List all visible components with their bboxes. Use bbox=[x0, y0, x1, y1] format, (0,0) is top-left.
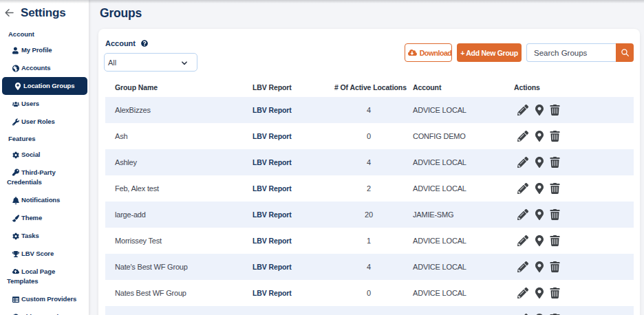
location-icon[interactable] bbox=[535, 235, 544, 246]
sidebar-item-label: Users bbox=[21, 99, 39, 109]
sidebar-item-custom-providers[interactable]: Custom Providers bbox=[0, 290, 89, 308]
cell-lbv-report: LBV Report bbox=[243, 228, 325, 254]
delete-icon[interactable] bbox=[550, 235, 560, 246]
sidebar-item-social[interactable]: Social bbox=[0, 146, 89, 164]
sidebar-item-bid-integration[interactable]: Bid Integration bbox=[0, 308, 89, 315]
sidebar-item-user-roles[interactable]: User Roles bbox=[0, 113, 89, 131]
sidebar-item-notifications[interactable]: Notifications bbox=[0, 191, 89, 209]
cell-active-locations: 20 bbox=[325, 202, 403, 228]
account-select[interactable]: All bbox=[104, 53, 197, 72]
edit-icon[interactable] bbox=[517, 287, 528, 298]
sidebar-item-users[interactable]: Users bbox=[0, 95, 89, 113]
sidebar-item-tasks[interactable]: Tasks bbox=[0, 227, 89, 245]
edit-icon[interactable] bbox=[517, 131, 528, 142]
cell-lbv-report: LBV Report bbox=[243, 280, 325, 306]
cell-lbv-report bbox=[243, 306, 325, 315]
search-button[interactable] bbox=[616, 43, 634, 62]
delete-icon[interactable] bbox=[550, 157, 560, 168]
lbv-report-link[interactable]: LBV Report bbox=[253, 158, 292, 166]
location-icon[interactable] bbox=[535, 287, 544, 298]
cell-actions bbox=[504, 228, 634, 254]
groups-table: Group Name LBV Report # Of Active Locati… bbox=[105, 77, 634, 315]
cell-account: JAMIE-SMG bbox=[403, 202, 504, 228]
location-icon[interactable] bbox=[535, 261, 544, 272]
download-button[interactable]: Download bbox=[405, 43, 452, 62]
location-icon[interactable] bbox=[535, 131, 544, 142]
sidebar-item-third-party-credentials[interactable]: Third-Party Credentials bbox=[0, 164, 89, 191]
sidebar-item-label: Custom Providers bbox=[21, 294, 76, 304]
location-icon[interactable] bbox=[535, 183, 544, 194]
delete-icon[interactable] bbox=[550, 287, 560, 298]
back-arrow-icon[interactable] bbox=[4, 8, 15, 19]
cell-group-name: Feb, Alex test bbox=[105, 175, 243, 202]
sidebar-item-my-profile[interactable]: My Profile bbox=[0, 41, 89, 59]
delete-icon[interactable] bbox=[550, 105, 560, 116]
lbv-report-link[interactable]: LBV Report bbox=[253, 237, 292, 245]
sidebar-item-label: Tasks bbox=[21, 231, 39, 241]
sidebar-title: Settings bbox=[21, 6, 65, 20]
edit-icon[interactable] bbox=[517, 209, 528, 220]
cell-group-name: Nates Best WF Group bbox=[105, 280, 243, 306]
edit-icon[interactable] bbox=[517, 235, 528, 246]
edit-icon[interactable] bbox=[517, 105, 528, 116]
delete-icon[interactable] bbox=[550, 261, 560, 272]
sidebar-nav: AccountMy ProfileAccountsLocation Groups… bbox=[0, 26, 89, 315]
table-row bbox=[105, 306, 634, 315]
cell-account: ADVICE LOCAL bbox=[403, 280, 504, 306]
cell-lbv-report: LBV Report bbox=[243, 175, 325, 202]
location-icon[interactable] bbox=[535, 157, 544, 168]
main-content: Groups Account All bbox=[89, 0, 644, 315]
cell-account: ADVICE LOCAL bbox=[403, 97, 504, 123]
add-new-group-button[interactable]: + Add New Group bbox=[457, 43, 522, 62]
cell-active-locations: 2 bbox=[325, 175, 403, 202]
edit-icon[interactable] bbox=[517, 157, 528, 168]
table-row: Nate's Best WF GroupLBV Report4ADVICE LO… bbox=[105, 254, 634, 280]
table-row: AlexBizzesLBV Report4ADVICE LOCAL bbox=[105, 97, 634, 123]
location-icon[interactable] bbox=[535, 209, 544, 220]
toolbar: Account All Download bbox=[105, 29, 634, 77]
search-input[interactable] bbox=[526, 43, 616, 62]
cell-group-name: Morrissey Test bbox=[105, 228, 243, 254]
gear-icon bbox=[12, 151, 19, 159]
sidebar-item-accounts[interactable]: Accounts bbox=[0, 59, 89, 77]
cell-lbv-report: LBV Report bbox=[243, 202, 325, 228]
delete-icon[interactable] bbox=[550, 131, 560, 142]
cell-account: ADVICE LOCAL bbox=[403, 228, 504, 254]
sidebar-item-theme[interactable]: Theme bbox=[0, 209, 89, 227]
gear-icon bbox=[12, 232, 19, 240]
cell-lbv-report: LBV Report bbox=[243, 97, 325, 123]
table-row: AshLBV Report0CONFIG DEMO bbox=[105, 123, 634, 149]
lbv-report-link[interactable]: LBV Report bbox=[253, 132, 292, 140]
edit-icon[interactable] bbox=[517, 261, 528, 272]
sidebar-section-label: Features bbox=[0, 131, 89, 146]
cell-active-locations: 4 bbox=[325, 254, 403, 280]
sidebar-item-local-page-templates[interactable]: Local Page Templates bbox=[0, 263, 89, 290]
cell-actions bbox=[504, 175, 634, 202]
location-icon[interactable] bbox=[535, 105, 544, 116]
sidebar-item-label: User Roles bbox=[21, 117, 55, 127]
col-header-group-name: Group Name bbox=[105, 77, 243, 97]
toolbar-actions: Download + Add New Group bbox=[405, 43, 634, 62]
sidebar-item-label: My Profile bbox=[21, 45, 52, 55]
sidebar-item-lbv-score[interactable]: LBV Score bbox=[0, 245, 89, 263]
lbv-report-link[interactable]: LBV Report bbox=[253, 263, 292, 271]
edit-icon[interactable] bbox=[517, 183, 528, 194]
table-icon bbox=[12, 296, 19, 303]
sidebar-item-label: Location Groups bbox=[23, 81, 75, 91]
trophy-icon bbox=[12, 250, 19, 258]
map-pin-icon bbox=[14, 83, 21, 90]
sidebar-item-location-groups[interactable]: Location Groups bbox=[2, 77, 87, 95]
lbv-report-link[interactable]: LBV Report bbox=[253, 289, 292, 297]
cell-account bbox=[403, 306, 504, 315]
sidebar: Settings AccountMy ProfileAccountsLocati… bbox=[0, 0, 89, 315]
delete-icon[interactable] bbox=[550, 183, 560, 194]
help-icon[interactable] bbox=[141, 40, 148, 47]
chevron-down-icon bbox=[181, 61, 188, 66]
lbv-report-link[interactable]: LBV Report bbox=[253, 184, 292, 193]
account-filter: Account bbox=[105, 39, 148, 47]
lbv-report-link[interactable]: LBV Report bbox=[253, 210, 292, 219]
bell-icon bbox=[12, 197, 19, 204]
delete-icon[interactable] bbox=[550, 209, 560, 220]
lbv-report-link[interactable]: LBV Report bbox=[253, 106, 292, 114]
col-header-lbv-report: LBV Report bbox=[243, 77, 325, 97]
